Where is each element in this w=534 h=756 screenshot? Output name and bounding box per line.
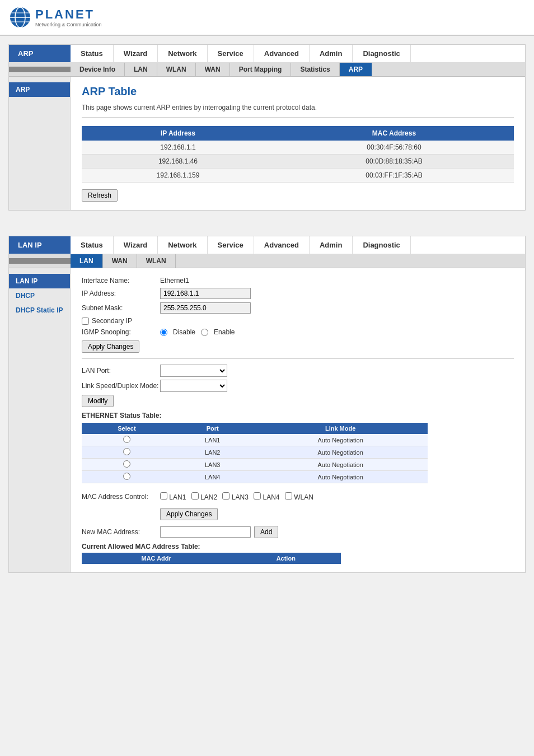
igmp-enable-radio[interactable] (201, 329, 208, 336)
ip-address-row: IP Address: (82, 288, 514, 299)
subnet-mask-input[interactable] (160, 302, 251, 314)
current-mac-label: Current Allowed MAC Address Table: (82, 543, 514, 550)
mac-col-addr: MAC Addr (82, 553, 231, 564)
table-row: 192.168.1.46 00:0D:88:18:35:AB (82, 155, 514, 169)
nav-item-network[interactable]: Network (158, 45, 207, 62)
new-mac-row: New MAC Address: Add (82, 526, 514, 538)
lan-subnav-wan[interactable]: WAN (103, 254, 137, 268)
new-mac-label: New MAC Address: (82, 528, 160, 536)
link-speed-select[interactable] (160, 380, 227, 392)
refresh-button[interactable]: Refresh (82, 189, 118, 202)
arp-nav-bar: ARP Status Wizard Network Service Advanc… (9, 45, 525, 63)
arp-mac-3: 00:03:FF:1F:35:AB (274, 169, 514, 183)
subnav-wlan[interactable]: WLAN (157, 63, 196, 76)
lan-subnav-wlan[interactable]: WLAN (137, 254, 176, 268)
subnav-device-info[interactable]: Device Info (71, 63, 125, 76)
lan-nav-admin[interactable]: Admin (310, 236, 353, 254)
apply-changes-button[interactable]: Apply Changes (82, 340, 139, 353)
lan-nav-service[interactable]: Service (208, 236, 254, 254)
arp-page-title: ARP Table (82, 85, 514, 98)
interface-name-row: Interface Name: Ethernet1 (82, 277, 514, 284)
lan-section: LAN IP Status Wizard Network Service Adv… (8, 236, 526, 573)
modify-button[interactable]: Modify (82, 395, 114, 407)
mac-lan3-label: LAN3 (232, 493, 249, 501)
brand-tagline: Networking & Communication (35, 22, 102, 27)
arp-table: IP Address MAC Address 192.168.1.1 00:30… (82, 126, 514, 183)
add-mac-button[interactable]: Add (254, 526, 278, 538)
lan-nav-status[interactable]: Status (71, 236, 114, 254)
igmp-row: IGMP Snooping: Disable Enable (82, 328, 514, 336)
secondary-ip-row: Secondary IP (82, 317, 514, 325)
nav-item-diagnostic[interactable]: Diagnostic (353, 45, 410, 62)
eth-mode-1: Auto Negotiation (254, 434, 428, 446)
subnav-lan[interactable]: LAN (125, 63, 157, 76)
lan-port-select[interactable] (160, 365, 227, 377)
arp-sidebar: ARP (9, 77, 71, 210)
subnav-wan[interactable]: WAN (196, 63, 230, 76)
eth-port-2: LAN2 (172, 446, 254, 459)
eth-radio-3[interactable] (123, 460, 130, 468)
mac-lan3-checkbox[interactable] (222, 492, 229, 500)
mac-lan1-checkbox[interactable] (160, 492, 167, 500)
arp-mac-1: 00:30:4F:56:78:60 (274, 141, 514, 155)
lan-sub-nav-items: LAN WAN WLAN (71, 254, 176, 268)
current-mac-table: MAC Addr Action (82, 553, 341, 564)
arp-col-ip: IP Address (82, 126, 274, 141)
lan-nav-wizard[interactable]: Wizard (114, 236, 158, 254)
table-row: 192.168.1.1 00:30:4F:56:78:60 (82, 141, 514, 155)
eth-select-2[interactable] (82, 446, 172, 459)
eth-col-port: Port (172, 423, 254, 434)
eth-radio-1[interactable] (123, 436, 130, 443)
eth-col-select: Select (82, 423, 172, 434)
mac-lan2-checkbox[interactable] (191, 492, 199, 500)
nav-item-admin[interactable]: Admin (310, 45, 353, 62)
lan-port-label: LAN Port: (82, 367, 160, 375)
igmp-label: IGMP Snooping: (82, 328, 160, 336)
lan-subnav-lan[interactable]: LAN (71, 254, 103, 268)
planet-logo-icon (8, 6, 32, 29)
nav-item-advanced[interactable]: Advanced (254, 45, 310, 62)
subnav-arp[interactable]: ARP (340, 63, 372, 76)
secondary-ip-checkbox[interactable] (82, 318, 89, 325)
eth-select-4[interactable] (82, 471, 172, 483)
eth-select-1[interactable] (82, 434, 172, 446)
table-row: LAN4 Auto Negotiation (82, 471, 428, 483)
lan-sidebar: LAN IP DHCP DHCP Static IP (9, 268, 71, 572)
nav-item-service[interactable]: Service (208, 45, 254, 62)
eth-radio-2[interactable] (123, 448, 130, 455)
arp-mac-2: 00:0D:88:18:35:AB (274, 155, 514, 169)
eth-mode-2: Auto Negotiation (254, 446, 428, 459)
mac-lan4-checkbox[interactable] (254, 492, 261, 500)
eth-select-3[interactable] (82, 459, 172, 471)
header: PLANET Networking & Communication (0, 0, 534, 36)
mac-apply-changes-button[interactable]: Apply Changes (160, 508, 218, 520)
brand-name: PLANET (35, 7, 102, 22)
lan-nav-advanced[interactable]: Advanced (254, 236, 310, 254)
arp-section: ARP Status Wizard Network Service Advanc… (8, 44, 526, 211)
lan-nav-network[interactable]: Network (158, 236, 207, 254)
arp-content: ARP ARP Table This page shows current AR… (9, 77, 525, 210)
mac-control-label: MAC Address Control: (82, 493, 160, 501)
link-speed-label: Link Speed/Duplex Mode: (82, 382, 160, 390)
new-mac-input[interactable] (160, 526, 251, 538)
sidebar-item-dhcp[interactable]: DHCP (9, 288, 70, 303)
eth-radio-4[interactable] (123, 473, 130, 480)
arp-ip-2: 192.168.1.46 (82, 155, 274, 169)
secondary-ip-label: Secondary IP (92, 317, 132, 325)
arp-sub-nav: Device Info LAN WLAN WAN Port Mapping St… (9, 63, 525, 77)
nav-item-status[interactable]: Status (71, 45, 114, 62)
lan-nav-diagnostic[interactable]: Diagnostic (353, 236, 410, 254)
subnav-statistics[interactable]: Statistics (291, 63, 339, 76)
sidebar-item-lan-ip[interactable]: LAN IP (9, 274, 70, 288)
arp-nav-label: ARP (9, 45, 71, 62)
sidebar-item-dhcp-static-ip[interactable]: DHCP Static IP (9, 303, 70, 318)
arp-ip-1: 192.168.1.1 (82, 141, 274, 155)
ip-address-input[interactable] (160, 288, 251, 299)
mac-checkboxes: LAN1 LAN2 LAN3 LAN4 WLAN (160, 492, 317, 501)
sidebar-item-arp[interactable]: ARP (9, 82, 70, 97)
subnav-port-mapping[interactable]: Port Mapping (230, 63, 292, 76)
mac-wlan-checkbox[interactable] (285, 492, 292, 500)
nav-item-wizard[interactable]: Wizard (114, 45, 158, 62)
mac-lan2-label: LAN2 (200, 493, 217, 501)
igmp-disable-radio[interactable] (160, 329, 167, 336)
